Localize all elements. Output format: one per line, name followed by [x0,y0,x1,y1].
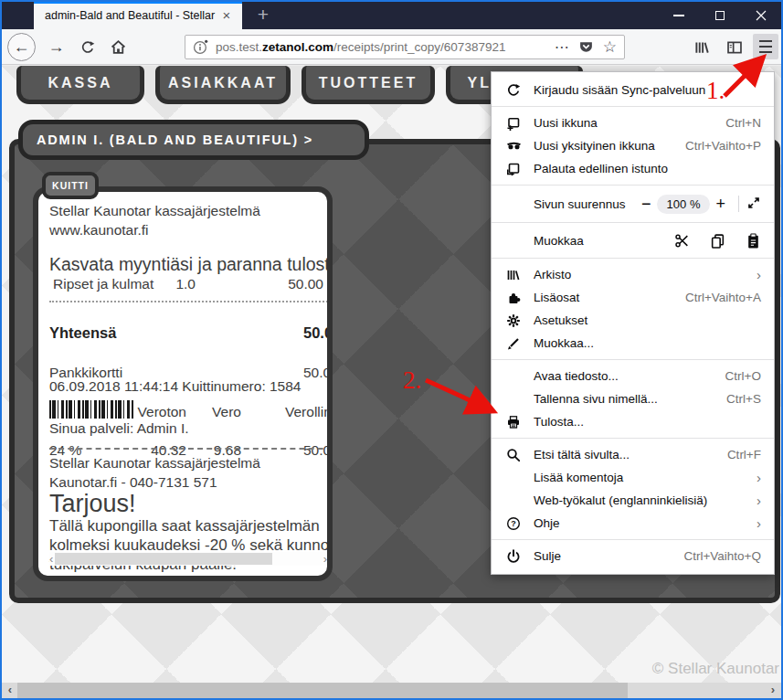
forward-icon: → [48,37,65,57]
menu-item-library[interactable]: Arkisto › [492,263,774,286]
receipt-card: Stellar Kaunotar kassajärjestelmä www.ka… [33,186,333,581]
printer-icon [504,415,523,430]
menu-item-find[interactable]: Etsi tältä sivulta... Ctrl+F [492,443,774,466]
receipt-content: Stellar Kaunotar kassajärjestelmä www.ka… [49,192,333,576]
receipt-item-row: Ripset ja kulmat 1.0 50.00 [49,276,333,295]
nav-tab-tuotteet[interactable]: TUOTTEET [302,66,435,104]
page-horizontal-scrollbar[interactable]: ‹ › [2,683,781,698]
svg-text:?: ? [511,519,516,528]
navigation-toolbar: ← → pos.test.zetanol.com/receipts/print_… [2,29,781,65]
menu-item-more-tools[interactable]: Lisää komentoja › [492,466,774,489]
receipt-separator-dashed [49,448,333,450]
menu-item-restore-session[interactable]: Palauta edellinen istunto [492,157,774,180]
copy-button[interactable] [710,233,725,249]
tab-title: admin-Bald and Beautiful - Stellar [45,2,217,29]
reload-button[interactable] [73,33,101,61]
gear-icon [504,313,523,328]
bookmark-star-icon[interactable]: ☆ [603,37,617,57]
close-button[interactable] [740,2,781,29]
receipt-served-by: Sinua palveli: Admin I. [49,420,189,437]
menu-separator [492,106,774,107]
receipt-header-line1: Stellar Kaunotar kassajärjestelmä [49,203,260,219]
menu-item-save-page[interactable]: Tallenna sivu nimellä... Ctrl+S [492,387,774,410]
pocket-icon[interactable] [578,39,594,55]
new-tab-button[interactable]: + [249,2,278,29]
menu-item-private-window[interactable]: Uusi yksityinen ikkuna Ctrl+Vaihto+P [492,134,774,157]
scroll-right-icon[interactable]: › [766,683,780,698]
menu-separator [492,258,774,259]
menu-separator [492,539,774,540]
nav-tab-asiakkaat[interactable]: ASIAKKAAT [155,66,291,104]
library-icon [504,268,523,282]
firefox-menu-panel: Kirjaudu sisään Sync-palveluun Uusi ikku… [491,71,775,575]
page-scrollbar-thumb[interactable] [17,683,628,698]
menu-item-sync[interactable]: Kirjaudu sisään Sync-palveluun [492,79,774,101]
forward-button[interactable]: → [42,33,70,61]
scroll-left-icon[interactable]: ‹ [49,552,53,566]
url-bar[interactable]: pos.test.zetanol.com/receipts/print_copy… [185,35,625,59]
page-actions-icon[interactable]: ⋯ [555,38,569,56]
browser-tab[interactable]: admin-Bald and Beautiful - Stellar × [34,2,242,29]
tab-close-icon[interactable]: × [217,2,237,28]
close-icon [756,10,767,21]
puzzle-icon [504,291,523,305]
menu-separator [492,438,774,439]
cut-button[interactable] [674,233,690,249]
receipt-horizontal-scrollbar[interactable]: ‹ › [49,552,327,566]
sidebar-button[interactable] [720,33,748,61]
home-button[interactable] [104,33,132,61]
help-icon: ? [504,516,523,531]
menu-item-open-file[interactable]: Avaa tiedosto... Ctrl+O [492,365,774,387]
scroll-right-icon[interactable]: › [323,552,327,566]
menu-separator [492,222,774,223]
menu-item-customize[interactable]: Muokkaa... [492,332,774,355]
menu-item-addons[interactable]: Lisäosat Ctrl+Vaihto+A [492,286,774,309]
menu-button[interactable] [753,34,778,59]
nav-tab-kassa[interactable]: KASSA [16,66,144,104]
total-label: Yhteensä [49,324,116,342]
library-button[interactable] [687,33,715,61]
cut-icon [674,233,690,249]
back-button[interactable]: ← [7,33,36,61]
menu-item-new-window[interactable]: Uusi ikkuna Ctrl+N [492,111,774,134]
watermark: © Stellar Kaunotar [652,660,779,678]
receipt-total-row: Yhteensä 50.00 [49,324,333,346]
menu-item-help[interactable]: ? Ohje › [492,512,774,535]
hamburger-icon [759,40,772,42]
menu-item-edit: Muokkaa [492,228,774,253]
brush-icon [504,336,523,351]
paste-button[interactable] [746,233,761,249]
item-price: 50.00 [259,276,323,292]
divider [738,196,739,212]
menu-item-web-developer[interactable]: Web-työkalut (englanninkielisiä) › [492,489,774,512]
receipt-separator-dotted [49,301,333,302]
zoom-in-button[interactable]: + [710,195,731,214]
maximize-icon [715,11,725,20]
titlebar: admin-Bald and Beautiful - Stellar × + [2,2,781,29]
menu-separator [492,359,774,360]
zoom-level-value[interactable]: 100 % [657,195,711,214]
total-value: 50.00 [303,324,333,342]
receipt-footer-line2: Kaunotar.fi - 040-7131 571 [49,474,217,491]
submenu-chevron-icon: › [757,470,761,485]
search-icon [504,448,523,462]
maximize-button[interactable] [699,2,740,29]
receipt-tab[interactable]: KUITTI [42,172,99,199]
minimize-button[interactable] [658,2,699,29]
url-prefix: pos.test. [216,40,262,54]
back-icon: ← [14,37,30,57]
fullscreen-button[interactable] [746,196,761,213]
menu-item-settings[interactable]: Asetukset [492,309,774,332]
receipt-datetime: 06.09.2018 11:44:14 Kuittinumero: 1584 [49,378,301,395]
zoom-out-button[interactable]: − [636,195,657,214]
menu-item-zoom: Sivun suurennus − 100 % + [492,190,774,217]
receipt-scrollbar-thumb[interactable] [55,553,272,565]
url-path: /receipts/print_copy/607387921 [333,40,505,54]
admin-breadcrumb-button[interactable]: ADMIN I. (BALD AND BEAUTIFUL) > [18,120,369,160]
site-info-icon[interactable] [193,39,208,55]
menu-item-print[interactable]: Tulosta... [492,410,774,433]
scroll-left-icon[interactable]: ‹ [3,683,17,698]
menu-item-quit[interactable]: Sulje Ctrl+Vaihto+Q [492,545,774,567]
receipt-offer-title: Tarjous! [49,490,136,518]
menu-separator [492,185,774,186]
